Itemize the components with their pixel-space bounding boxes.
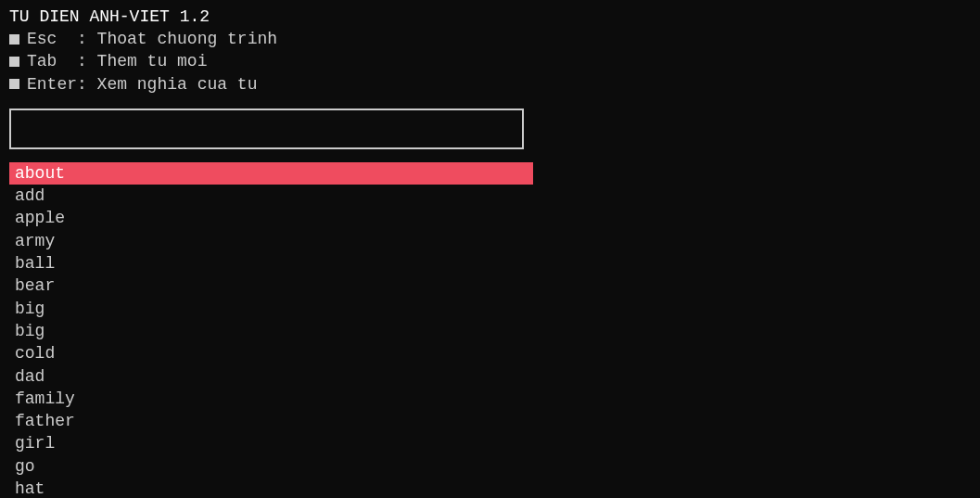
word-item[interactable]: father	[9, 410, 533, 432]
help-text-enter: Enter: Xem nghia cua tu	[27, 73, 257, 96]
word-item[interactable]: big	[9, 320, 533, 342]
word-item[interactable]: bear	[9, 275, 533, 297]
bullet-icon	[9, 57, 19, 67]
word-item[interactable]: dad	[9, 365, 533, 388]
help-line-esc: Esc : Thoat chuong trinh	[9, 28, 971, 50]
word-item[interactable]: big	[9, 298, 533, 320]
word-list: aboutaddapplearmyballbearbigbigcolddadfa…	[9, 162, 533, 498]
word-item[interactable]: add	[9, 185, 533, 207]
word-item[interactable]: ball	[9, 252, 533, 275]
word-item[interactable]: family	[9, 388, 533, 410]
app-title: TU DIEN ANH-VIET 1.2	[9, 7, 971, 26]
word-item[interactable]: hat	[9, 478, 533, 498]
word-item[interactable]: army	[9, 230, 533, 252]
search-input[interactable]	[9, 109, 524, 149]
help-text-esc: Esc : Thoat chuong trinh	[27, 28, 277, 50]
bullet-icon	[9, 79, 19, 89]
word-item[interactable]: cold	[9, 342, 533, 364]
word-item[interactable]: go	[9, 455, 533, 478]
help-text-tab: Tab : Them tu moi	[27, 50, 207, 72]
word-item[interactable]: apple	[9, 207, 533, 229]
word-item[interactable]: about	[9, 162, 533, 185]
bullet-icon	[9, 34, 19, 45]
help-line-enter: Enter: Xem nghia cua tu	[9, 73, 971, 96]
word-item[interactable]: girl	[9, 432, 533, 454]
help-line-tab: Tab : Them tu moi	[9, 50, 971, 72]
